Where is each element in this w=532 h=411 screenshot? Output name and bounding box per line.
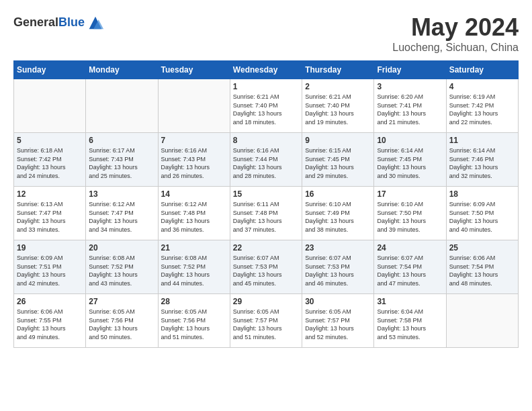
calendar-cell: 31Sunrise: 6:04 AMSunset: 7:58 PMDayligh… [374,294,446,348]
calendar-week-row: 5Sunrise: 6:18 AMSunset: 7:42 PMDaylight… [14,133,519,187]
calendar-cell: 19Sunrise: 6:09 AMSunset: 7:51 PMDayligh… [14,240,86,294]
day-number: 26 [17,297,83,306]
cell-info: Sunrise: 6:15 AMSunset: 7:45 PMDaylight:… [305,146,371,180]
cell-info: Sunrise: 6:14 AMSunset: 7:45 PMDaylight:… [377,146,443,180]
cell-info: Sunrise: 6:19 AMSunset: 7:42 PMDaylight:… [449,93,515,126]
cell-info: Sunrise: 6:07 AMSunset: 7:54 PMDaylight:… [377,254,443,287]
day-number: 3 [377,82,443,91]
calendar-cell: 12Sunrise: 6:13 AMSunset: 7:47 PMDayligh… [14,187,86,240]
day-of-week-header: Sunday [14,61,86,79]
calendar-week-row: 1Sunrise: 6:21 AMSunset: 7:40 PMDaylight… [14,79,519,133]
cell-info: Sunrise: 6:20 AMSunset: 7:41 PMDaylight:… [377,93,443,126]
day-number: 18 [449,189,515,199]
cell-info: Sunrise: 6:13 AMSunset: 7:47 PMDaylight:… [17,200,83,234]
calendar-cell: 21Sunrise: 6:08 AMSunset: 7:52 PMDayligh… [158,240,230,294]
cell-info: Sunrise: 6:18 AMSunset: 7:42 PMDaylight:… [17,146,83,180]
cell-info: Sunrise: 6:06 AMSunset: 7:55 PMDaylight:… [17,308,83,341]
cell-info: Sunrise: 6:07 AMSunset: 7:53 PMDaylight:… [305,254,371,287]
cell-info: Sunrise: 6:06 AMSunset: 7:54 PMDaylight:… [449,254,515,287]
day-of-week-header: Saturday [446,61,518,79]
day-number: 27 [89,297,154,306]
calendar-cell: 14Sunrise: 6:12 AMSunset: 7:48 PMDayligh… [158,187,230,240]
calendar-cell: 10Sunrise: 6:14 AMSunset: 7:45 PMDayligh… [374,133,446,187]
cell-info: Sunrise: 6:16 AMSunset: 7:43 PMDaylight:… [161,146,227,180]
calendar-cell: 5Sunrise: 6:18 AMSunset: 7:42 PMDaylight… [14,133,86,187]
day-number: 15 [233,189,299,199]
calendar-cell: 13Sunrise: 6:12 AMSunset: 7:47 PMDayligh… [86,187,158,240]
calendar-cell: 15Sunrise: 6:11 AMSunset: 7:48 PMDayligh… [230,187,302,240]
day-number: 10 [377,136,443,145]
day-number: 21 [161,243,227,253]
cell-info: Sunrise: 6:10 AMSunset: 7:49 PMDaylight:… [305,200,371,234]
day-number: 4 [449,82,515,91]
calendar-cell: 2Sunrise: 6:21 AMSunset: 7:40 PMDaylight… [302,79,374,133]
title-area: May 2024 Luocheng, Sichuan, China [392,13,519,54]
cell-info: Sunrise: 6:17 AMSunset: 7:43 PMDaylight:… [89,146,154,180]
calendar-cell: 27Sunrise: 6:05 AMSunset: 7:56 PMDayligh… [86,294,158,348]
day-of-week-header: Wednesday [230,61,302,79]
cell-info: Sunrise: 6:10 AMSunset: 7:50 PMDaylight:… [377,200,443,234]
calendar-cell [86,79,158,133]
calendar-header-row: SundayMondayTuesdayWednesdayThursdayFrid… [14,61,519,79]
calendar-cell [158,79,230,133]
logo-icon [86,13,105,32]
day-number: 23 [305,243,371,253]
calendar-cell: 17Sunrise: 6:10 AMSunset: 7:50 PMDayligh… [374,187,446,240]
calendar-cell: 29Sunrise: 6:05 AMSunset: 7:57 PMDayligh… [230,294,302,348]
calendar-cell: 9Sunrise: 6:15 AMSunset: 7:45 PMDaylight… [302,133,374,187]
day-number: 17 [377,189,443,199]
day-number: 16 [305,189,371,199]
day-number: 6 [89,136,154,145]
day-number: 5 [17,136,83,145]
logo-blue-text: Blue [58,15,85,29]
day-number: 24 [377,243,443,253]
day-number: 22 [233,243,299,253]
calendar-cell [446,294,518,348]
calendar-cell: 18Sunrise: 6:09 AMSunset: 7:50 PMDayligh… [446,187,518,240]
cell-info: Sunrise: 6:05 AMSunset: 7:57 PMDaylight:… [233,308,299,341]
calendar-cell: 24Sunrise: 6:07 AMSunset: 7:54 PMDayligh… [374,240,446,294]
cell-info: Sunrise: 6:11 AMSunset: 7:48 PMDaylight:… [233,200,299,234]
cell-info: Sunrise: 6:05 AMSunset: 7:57 PMDaylight:… [305,308,371,341]
calendar-cell: 23Sunrise: 6:07 AMSunset: 7:53 PMDayligh… [302,240,374,294]
calendar-cell [14,79,86,133]
page-header: GeneralBlue May 2024 Luocheng, Sichuan, … [13,13,519,54]
cell-info: Sunrise: 6:05 AMSunset: 7:56 PMDaylight:… [89,308,154,341]
cell-info: Sunrise: 6:09 AMSunset: 7:51 PMDaylight:… [17,254,83,287]
calendar-cell: 3Sunrise: 6:20 AMSunset: 7:41 PMDaylight… [374,79,446,133]
cell-info: Sunrise: 6:08 AMSunset: 7:52 PMDaylight:… [161,254,227,287]
cell-info: Sunrise: 6:12 AMSunset: 7:48 PMDaylight:… [161,200,227,234]
day-number: 1 [233,82,299,91]
day-number: 25 [449,243,515,253]
logo-general-text: General [13,15,58,29]
calendar-cell: 26Sunrise: 6:06 AMSunset: 7:55 PMDayligh… [14,294,86,348]
cell-info: Sunrise: 6:21 AMSunset: 7:40 PMDaylight:… [305,93,371,126]
calendar-cell: 22Sunrise: 6:07 AMSunset: 7:53 PMDayligh… [230,240,302,294]
cell-info: Sunrise: 6:05 AMSunset: 7:56 PMDaylight:… [161,308,227,341]
calendar-cell: 30Sunrise: 6:05 AMSunset: 7:57 PMDayligh… [302,294,374,348]
cell-info: Sunrise: 6:07 AMSunset: 7:53 PMDaylight:… [233,254,299,287]
day-number: 20 [89,243,154,253]
cell-info: Sunrise: 6:14 AMSunset: 7:46 PMDaylight:… [449,146,515,180]
calendar-cell: 28Sunrise: 6:05 AMSunset: 7:56 PMDayligh… [158,294,230,348]
logo: GeneralBlue [13,13,105,32]
logo-general: GeneralBlue [13,16,85,30]
day-number: 30 [305,297,371,306]
day-number: 13 [89,189,154,199]
calendar-cell: 11Sunrise: 6:14 AMSunset: 7:46 PMDayligh… [446,133,518,187]
calendar-cell: 20Sunrise: 6:08 AMSunset: 7:52 PMDayligh… [86,240,158,294]
day-number: 14 [161,189,227,199]
day-of-week-header: Monday [86,61,158,79]
cell-info: Sunrise: 6:08 AMSunset: 7:52 PMDaylight:… [89,254,154,287]
day-number: 11 [449,136,515,145]
calendar-cell: 16Sunrise: 6:10 AMSunset: 7:49 PMDayligh… [302,187,374,240]
calendar-week-row: 19Sunrise: 6:09 AMSunset: 7:51 PMDayligh… [14,240,519,294]
day-of-week-header: Friday [374,61,446,79]
day-of-week-header: Tuesday [158,61,230,79]
day-number: 29 [233,297,299,306]
day-number: 31 [377,297,443,306]
day-number: 7 [161,136,227,145]
day-number: 12 [17,189,83,199]
day-number: 9 [305,136,371,145]
cell-info: Sunrise: 6:16 AMSunset: 7:44 PMDaylight:… [233,146,299,180]
